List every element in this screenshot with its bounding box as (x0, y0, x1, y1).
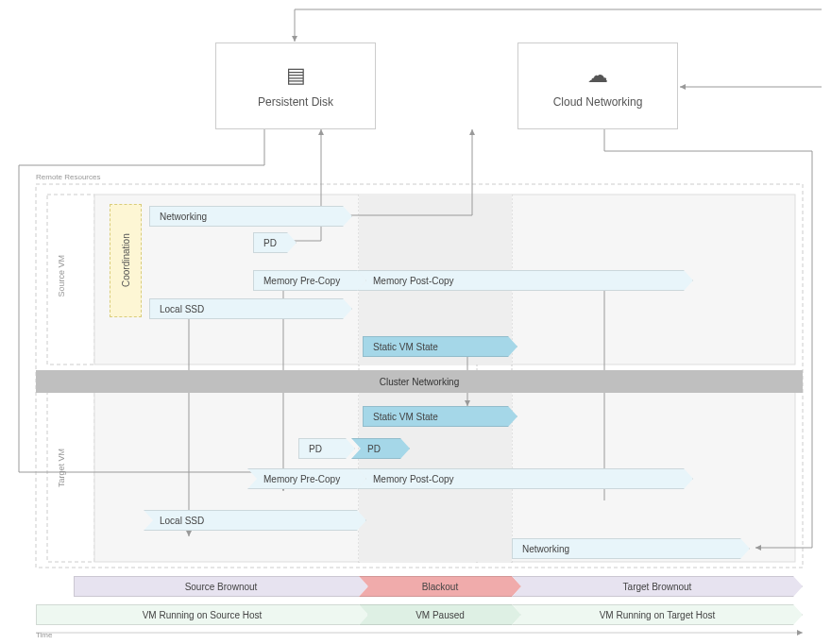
mem-pre-src: Memory Pre-Copy (253, 270, 366, 291)
remote-resources-label: Remote Resources (36, 173, 100, 181)
phase-blackout: Blackout (359, 576, 521, 597)
coordination-box: Coordination (110, 204, 142, 317)
phase-src-brownout: Source Brownout (74, 576, 368, 597)
coordination-label: Coordination (121, 234, 131, 288)
mem-pre-tgt: Memory Pre-Copy (247, 468, 366, 489)
cloud-networking-box: ☁ Cloud Networking (517, 42, 678, 129)
mem-post-tgt: Memory Post-Copy (357, 468, 693, 489)
persistent-disk-box: ▤ Persistent Disk (215, 42, 376, 129)
networking-src: Networking (149, 206, 352, 227)
source-vm-label: Source VM (57, 255, 66, 297)
static-vm-src: Static VM State (363, 336, 517, 357)
static-vm-tgt: Static VM State (363, 406, 517, 427)
phase-tgt-brownout: Target Brownout (512, 576, 803, 597)
svg-rect-3 (47, 387, 94, 562)
cluster-networking-band: Cluster Networking (36, 370, 803, 393)
disk-icon: ▤ (286, 63, 306, 88)
persistent-disk-label: Persistent Disk (258, 95, 333, 109)
state-tgt-running: VM Running on Target Host (512, 604, 803, 625)
local-ssd-tgt: Local SSD (144, 510, 366, 531)
cloud-networking-label: Cloud Networking (553, 95, 643, 109)
state-src-running: VM Running on Source Host (36, 604, 368, 625)
cloud-icon: ☁ (587, 63, 608, 88)
time-axis-label: Time (36, 631, 52, 639)
svg-rect-1 (47, 195, 94, 364)
target-vm-label: Target VM (57, 449, 66, 487)
pd-tgt-a: PD (298, 438, 355, 459)
state-paused: VM Paused (359, 604, 521, 625)
local-ssd-src: Local SSD (149, 298, 352, 319)
networking-tgt: Networking (512, 538, 750, 559)
mem-post-src: Memory Post-Copy (357, 270, 693, 291)
